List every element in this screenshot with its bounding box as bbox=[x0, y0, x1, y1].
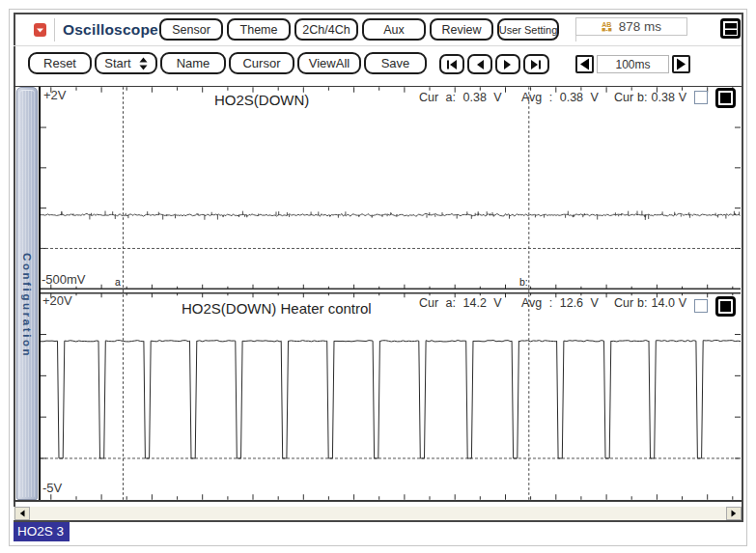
svg-text:Configuration: Configuration bbox=[21, 253, 33, 358]
